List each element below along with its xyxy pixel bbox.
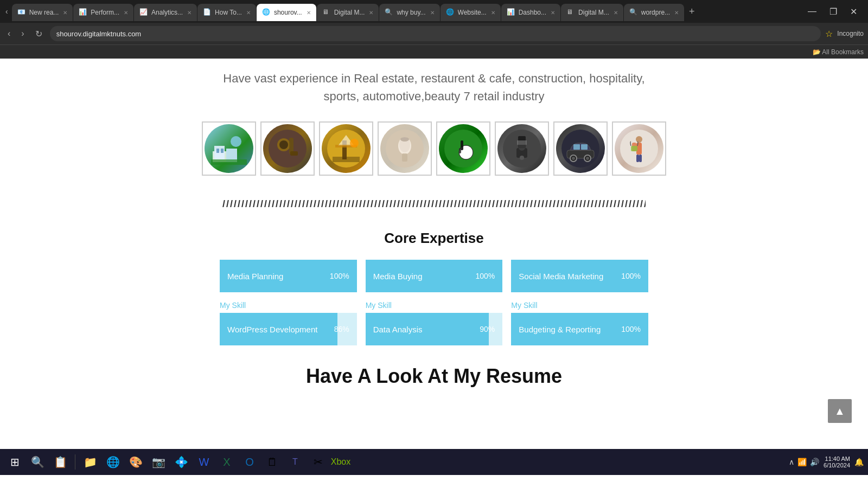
taskbar-clock[interactable]: 11:40 AM 6/10/2024 bbox=[824, 455, 850, 468]
tab-favicon-11: 🔍 bbox=[629, 8, 638, 17]
scroll-top-button[interactable]: ▲ bbox=[828, 399, 852, 423]
minimize-button[interactable]: — bbox=[803, 5, 821, 17]
svg-rect-47 bbox=[639, 155, 642, 162]
tab-close-1[interactable]: ✕ bbox=[63, 10, 67, 16]
svg-point-18 bbox=[350, 139, 359, 147]
svg-rect-5 bbox=[221, 149, 224, 153]
tab-label-3: Analytics... bbox=[151, 9, 183, 16]
taskbar-notification-icon[interactable]: 🔔 bbox=[854, 458, 864, 466]
bookmark-star-icon[interactable]: ☆ bbox=[825, 29, 833, 39]
skill-label-media-planning: Media Planning bbox=[227, 272, 283, 281]
tab-perform[interactable]: 📊 Perform... ✕ bbox=[73, 4, 133, 21]
svg-point-23 bbox=[400, 137, 409, 142]
taskbar-word[interactable]: W bbox=[194, 452, 214, 472]
taskbar-up-arrow-icon[interactable]: ∧ bbox=[789, 458, 794, 466]
svg-point-33 bbox=[518, 141, 526, 151]
close-button[interactable]: ✕ bbox=[846, 5, 861, 18]
svg-rect-4 bbox=[216, 149, 219, 153]
intro-text: Have vast experience in Real estate, res… bbox=[217, 69, 651, 105]
skill-pct-wordpress: 86% bbox=[334, 325, 349, 333]
taskbar-premiere[interactable]: 💠 bbox=[171, 452, 192, 472]
taskbar-teams[interactable]: T bbox=[285, 452, 305, 472]
new-tab-button[interactable]: + bbox=[685, 6, 699, 17]
taskbar-wifi-icon[interactable]: 📶 bbox=[797, 458, 807, 466]
tab-close-11[interactable]: ✕ bbox=[674, 10, 679, 16]
address-bar-row: ‹ › ↻ ☆ Incognito bbox=[0, 23, 868, 44]
taskbar-illustrator[interactable]: 🎨 bbox=[125, 452, 146, 472]
tab-shourov[interactable]: 🌐 shourov... ✕ bbox=[257, 4, 316, 21]
skill-pct-data: 90% bbox=[480, 325, 495, 333]
my-skill-label-2: My Skill bbox=[366, 301, 503, 310]
back-button[interactable]: ‹ bbox=[4, 27, 14, 41]
taskbar-photoshop[interactable]: 📷 bbox=[148, 452, 169, 472]
restore-button[interactable]: ❐ bbox=[825, 5, 841, 18]
start-button[interactable]: ⊞ bbox=[4, 452, 25, 472]
bookmarks-bar: 📂 All Bookmarks bbox=[0, 44, 868, 59]
tab-digital1[interactable]: 🖥 Digital M... ✕ bbox=[317, 4, 379, 21]
incognito-button[interactable]: Incognito bbox=[837, 30, 864, 37]
tab-close-3[interactable]: ✕ bbox=[187, 10, 192, 16]
search-button[interactable]: 🔍 bbox=[27, 452, 48, 472]
taskbar-file-explorer[interactable]: 📁 bbox=[80, 452, 100, 472]
skill-bar-content-data: Data Analysis 90% bbox=[366, 313, 503, 345]
taskbar-sticky-notes[interactable]: 🗒 bbox=[262, 452, 283, 472]
tab-close-7[interactable]: ✕ bbox=[430, 10, 435, 16]
tab-label-8: Website... bbox=[458, 9, 487, 16]
tab-bar: ‹ 📧 New rea... ✕ 📊 Perform... ✕ 📈 Analyt… bbox=[0, 0, 868, 23]
svg-rect-36 bbox=[573, 144, 580, 150]
tab-whybuy[interactable]: 🔍 why buy... ✕ bbox=[379, 4, 439, 21]
forward-button[interactable]: › bbox=[18, 27, 27, 41]
tab-close-5[interactable]: ✕ bbox=[307, 10, 311, 16]
tab-favicon-4: 📄 bbox=[203, 8, 212, 17]
svg-point-10 bbox=[279, 140, 288, 149]
tab-close-8[interactable]: ✕ bbox=[491, 10, 495, 16]
tab-wordpress[interactable]: 🔍 wordpre... ✕ bbox=[624, 4, 684, 21]
svg-rect-27 bbox=[459, 148, 461, 153]
tab-analytics[interactable]: 📈 Analytics... ✕ bbox=[134, 4, 197, 21]
svg-rect-12 bbox=[290, 151, 298, 156]
industry-icon-wrapper-car bbox=[553, 121, 608, 176]
expertise-grid: Media Planning 100% Media Buying 100% So… bbox=[220, 260, 648, 292]
task-view-button[interactable]: 📋 bbox=[50, 452, 71, 472]
tab-close-2[interactable]: ✕ bbox=[124, 10, 128, 16]
tab-close-4[interactable]: ✕ bbox=[246, 10, 251, 16]
taskbar-excel[interactable]: X bbox=[216, 452, 237, 472]
industry-icon-real-estate bbox=[205, 124, 253, 173]
tab-close-6[interactable]: ✕ bbox=[369, 10, 373, 16]
skill-bar-budgeting: Budgeting & Reporting 100% bbox=[511, 313, 648, 345]
tab-howto[interactable]: 📄 How To... ✕ bbox=[197, 4, 256, 21]
taskbar-gaming[interactable]: Xbox bbox=[330, 452, 351, 472]
tab-close-10[interactable]: ✕ bbox=[614, 10, 618, 16]
skill-label-social-media: Social Media Marketing bbox=[519, 272, 603, 281]
tab-website[interactable]: 🌐 Website... ✕ bbox=[441, 4, 501, 21]
tab-digital2[interactable]: 🖥 Digital M... ✕ bbox=[561, 4, 623, 21]
refresh-button[interactable]: ↻ bbox=[32, 27, 46, 41]
svg-point-39 bbox=[572, 157, 575, 160]
skill-pct-budgeting: 100% bbox=[621, 325, 641, 333]
tab-close-9[interactable]: ✕ bbox=[551, 10, 555, 16]
tab-label-2: Perform... bbox=[91, 9, 119, 16]
taskbar-edge[interactable]: 🌐 bbox=[103, 452, 123, 472]
taskbar-outlook[interactable]: O bbox=[239, 452, 260, 472]
skill-label-wordpress: WordPress Development bbox=[227, 325, 317, 334]
tab-new-rea[interactable]: 📧 New rea... ✕ bbox=[12, 4, 73, 21]
taskbar-divider-1 bbox=[75, 454, 75, 470]
tab-dashboard[interactable]: 📊 Dashbo... ✕ bbox=[501, 4, 560, 21]
svg-rect-37 bbox=[581, 144, 588, 150]
industry-icon-restaurant bbox=[263, 124, 312, 173]
industry-icon-wrapper-sports bbox=[436, 121, 490, 176]
industry-icon-wrapper-restaurant bbox=[260, 121, 315, 176]
tab-label-4: How To... bbox=[215, 9, 242, 16]
skill-bar-media-planning: Media Planning 100% bbox=[220, 260, 357, 292]
taskbar-snip[interactable]: ✂ bbox=[308, 452, 328, 472]
address-input[interactable] bbox=[50, 26, 821, 41]
tab-scroll-left[interactable]: ‹ bbox=[2, 5, 11, 18]
taskbar-volume-icon[interactable]: 🔊 bbox=[810, 458, 819, 466]
svg-point-6 bbox=[231, 136, 241, 147]
taskbar-date: 6/10/2024 bbox=[824, 462, 850, 468]
tab-favicon-10: 🖥 bbox=[566, 8, 575, 17]
stripe-divider bbox=[222, 197, 646, 214]
section-title: Core Expertise bbox=[384, 230, 484, 247]
svg-rect-7 bbox=[211, 159, 247, 165]
taskbar: ⊞ 🔍 📋 📁 🌐 🎨 📷 💠 W X O 🗒 T ✂ Xbox ∧ 📶 🔊 1… bbox=[0, 449, 868, 475]
